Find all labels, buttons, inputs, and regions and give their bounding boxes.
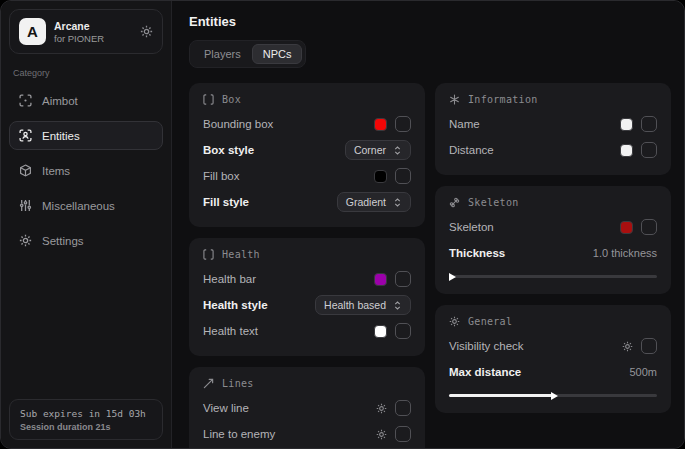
card-title: Health	[222, 249, 260, 260]
card-box: Box Bounding box Box style Corner	[189, 83, 425, 227]
sidebar-item-label: Aimbot	[42, 95, 78, 107]
app-subtitle: for PIONER	[54, 33, 104, 44]
checkbox[interactable]	[395, 426, 411, 442]
sliders-icon	[19, 199, 32, 212]
sidebar-item-entities[interactable]: Entities	[9, 121, 163, 150]
card-health: Health Health bar Health style Health ba…	[189, 238, 425, 356]
slider-value: 500m	[629, 366, 657, 378]
category-label: Category	[13, 68, 159, 78]
checkbox[interactable]	[641, 142, 657, 158]
slider-thumb[interactable]	[551, 392, 558, 400]
card-general: General Visibility check	[435, 305, 671, 413]
person-scan-icon	[19, 129, 32, 142]
setting-row: Name	[449, 111, 657, 137]
sidebar-item-settings[interactable]: Settings	[9, 226, 163, 255]
max-distance-slider[interactable]	[449, 394, 657, 397]
tab-players[interactable]: Players	[193, 44, 252, 64]
cards-grid: Box Bounding box Box style Corner	[189, 83, 671, 448]
setting-row: Box style Corner	[203, 137, 411, 163]
tab-npcs[interactable]: NPCs	[252, 44, 303, 64]
checkbox[interactable]	[641, 338, 657, 354]
card-skeleton: Skeleton Skeleton Thickness 1.0 thicknes…	[435, 186, 671, 294]
setting-label: Thickness	[449, 247, 505, 259]
app-logo: A	[19, 18, 46, 45]
diagonal-line-icon	[203, 378, 214, 389]
card-header: Box	[203, 94, 411, 105]
card-title: General	[468, 316, 512, 327]
bone-icon	[449, 197, 460, 208]
color-swatch[interactable]	[620, 118, 633, 131]
setting-label: Line to enemy	[203, 428, 275, 440]
app-name: Arcane	[54, 20, 104, 32]
card-header: Health	[203, 249, 411, 260]
gear-icon[interactable]	[140, 25, 153, 38]
sidebar-item-aimbot[interactable]: Aimbot	[9, 86, 163, 115]
sidebar: A Arcane for PIONER Category	[1, 1, 172, 448]
fill-style-dropdown[interactable]: Gradient	[337, 192, 411, 212]
sidebar-item-label: Miscellaneous	[42, 200, 115, 212]
setting-label: Health style	[203, 299, 268, 311]
card-header: Lines	[203, 378, 411, 389]
dropdown-value: Gradient	[346, 196, 386, 208]
cards-column-right: Information Name Distance	[435, 83, 671, 413]
setting-label: Fill style	[203, 196, 249, 208]
gear-icon[interactable]	[376, 429, 387, 440]
sidebar-item-items[interactable]: Items	[9, 156, 163, 185]
brand-text: Arcane for PIONER	[54, 20, 104, 44]
card-title: Lines	[222, 378, 254, 389]
gear-icon[interactable]	[622, 341, 633, 352]
checkbox[interactable]	[395, 271, 411, 287]
card-header: Information	[449, 94, 657, 105]
checkbox[interactable]	[395, 323, 411, 339]
dropdown-value: Health based	[324, 299, 386, 311]
sidebar-item-label: Items	[42, 165, 70, 177]
gear-icon	[19, 234, 32, 247]
card-header: Skeleton	[449, 197, 657, 208]
checkbox[interactable]	[641, 219, 657, 235]
tab-bar: Players NPCs	[189, 40, 306, 68]
checkbox[interactable]	[641, 116, 657, 132]
color-swatch[interactable]	[620, 221, 633, 234]
sidebar-nav: Aimbot Entities	[9, 86, 163, 255]
setting-row: Distance	[449, 137, 657, 163]
checkbox[interactable]	[395, 168, 411, 184]
thickness-slider[interactable]	[449, 275, 657, 278]
color-swatch[interactable]	[374, 325, 387, 338]
brackets-icon	[203, 249, 214, 260]
setting-row: Visibility check	[449, 333, 657, 359]
subscription-card: Sub expires in 15d 03h Session duration …	[9, 399, 163, 440]
setting-row: Max distance 500m	[449, 359, 657, 385]
slider-thumb[interactable]	[449, 273, 456, 281]
box-style-dropdown[interactable]: Corner	[345, 140, 411, 160]
setting-label: Max distance	[449, 366, 521, 378]
setting-row: Health text	[203, 318, 411, 344]
sidebar-item-miscellaneous[interactable]: Miscellaneous	[9, 191, 163, 220]
card-title: Information	[468, 94, 538, 105]
sidebar-item-label: Entities	[42, 130, 80, 142]
card-title: Skeleton	[468, 197, 519, 208]
chevrons-up-down-icon	[393, 197, 402, 208]
setting-label: Fill box	[203, 170, 239, 182]
setting-label: Health text	[203, 325, 258, 337]
color-swatch[interactable]	[374, 273, 387, 286]
cards-column-left: Box Bounding box Box style Corner	[189, 83, 425, 448]
gear-icon[interactable]	[376, 403, 387, 414]
checkbox[interactable]	[395, 400, 411, 416]
card-lines: Lines View line	[189, 367, 425, 448]
sub-expiry-text: Sub expires in 15d 03h	[20, 408, 152, 419]
chevrons-up-down-icon	[393, 300, 402, 311]
health-style-dropdown[interactable]: Health based	[315, 295, 411, 315]
color-swatch[interactable]	[374, 118, 387, 131]
dropdown-value: Corner	[354, 144, 386, 156]
setting-label: View line	[203, 402, 249, 414]
card-information: Information Name Distance	[435, 83, 671, 175]
color-swatch[interactable]	[620, 144, 633, 157]
color-swatch[interactable]	[374, 170, 387, 183]
setting-label: Distance	[449, 144, 494, 156]
setting-label: Skeleton	[449, 221, 494, 233]
package-icon	[19, 164, 32, 177]
slider-value: 1.0 thickness	[593, 247, 657, 259]
checkbox[interactable]	[395, 116, 411, 132]
setting-label: Name	[449, 118, 480, 130]
main-content: Entities Players NPCs Box	[172, 1, 684, 448]
